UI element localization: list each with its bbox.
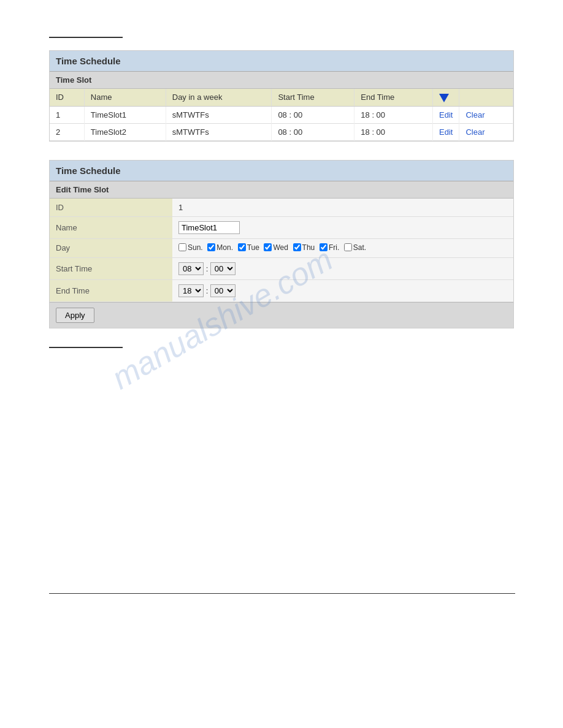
id-label: ID: [50, 199, 172, 217]
saturday-checkbox-label[interactable]: Sat.: [344, 243, 366, 252]
row2-end: 18 : 00: [354, 123, 433, 140]
start-time-label: Start Time: [50, 258, 172, 280]
row2-edit[interactable]: Edit: [432, 123, 459, 140]
row2-id: 2: [50, 123, 84, 140]
col-arrow: [432, 89, 459, 106]
monday-checkbox-label[interactable]: Mon.: [207, 243, 233, 252]
end-hour-select[interactable]: 18 17 19: [178, 284, 204, 297]
form-row-day: Day Sun. Mon. Tue Wed: [50, 238, 513, 258]
table-row: 1 TimeSlot1 sMTWTFs 08 : 00 18 : 00 Edit…: [50, 106, 513, 123]
bottom-decorative-line: [49, 347, 123, 348]
time-schedule-table1: Time Schedule Time Slot ID Name Day in a…: [49, 50, 514, 142]
row1-clear[interactable]: Clear: [459, 106, 513, 123]
form-row-name: Name: [50, 216, 513, 238]
tuesday-checkbox[interactable]: [238, 243, 246, 251]
edit-form-table: ID 1 Name Day Sun.: [50, 199, 513, 303]
row1-name: TimeSlot1: [84, 106, 166, 123]
day-checkboxes: Sun. Mon. Tue Wed Thu: [172, 238, 513, 258]
col-action: [459, 89, 513, 106]
friday-checkbox[interactable]: [320, 243, 327, 251]
table-row: 2 TimeSlot2 sMTWTFs 08 : 00 18 : 00 Edit…: [50, 123, 513, 140]
id-value: 1: [172, 199, 513, 217]
end-time-cell: 18 17 19 : 00 15 30 45: [172, 280, 513, 302]
col-name: Name: [84, 89, 166, 106]
name-field-cell: [172, 216, 513, 238]
apply-button[interactable]: Apply: [56, 308, 94, 323]
col-start: Start Time: [272, 89, 354, 106]
form-row-starttime: Start Time 08 09 10 : 00 15 30 45: [50, 258, 513, 280]
time-separator1: :: [206, 264, 210, 273]
table1-subtitle: Time Slot: [50, 72, 513, 89]
col-id: ID: [50, 89, 84, 106]
time-slot-table: ID Name Day in a week Start Time End Tim…: [50, 89, 513, 141]
row1-end: 18 : 00: [354, 106, 433, 123]
form-row-endtime: End Time 18 17 19 : 00 15 30 45: [50, 280, 513, 302]
top-decorative-line: [49, 37, 123, 38]
page-bottom-line: [49, 593, 515, 594]
start-time-cell: 08 09 10 : 00 15 30 45: [172, 258, 513, 280]
form-row-id: ID 1: [50, 199, 513, 217]
wednesday-checkbox[interactable]: [264, 243, 272, 251]
row1-start: 08 : 00: [272, 106, 354, 123]
down-arrow-icon: [439, 94, 449, 102]
wednesday-checkbox-label[interactable]: Wed: [264, 243, 288, 252]
start-hour-select[interactable]: 08 09 10: [178, 262, 204, 275]
monday-checkbox[interactable]: [207, 243, 215, 251]
name-input[interactable]: [178, 221, 240, 234]
thursday-checkbox-label[interactable]: Thu: [293, 243, 315, 252]
row2-clear[interactable]: Clear: [459, 123, 513, 140]
start-min-select[interactable]: 00 15 30 45: [210, 262, 236, 275]
row1-edit[interactable]: Edit: [432, 106, 459, 123]
sunday-checkbox-label[interactable]: Sun.: [178, 243, 203, 252]
time-separator2: :: [206, 286, 210, 295]
saturday-checkbox[interactable]: [344, 243, 352, 251]
name-label: Name: [50, 216, 172, 238]
row2-name: TimeSlot2: [84, 123, 166, 140]
table2-subtitle: Edit Time Slot: [50, 181, 513, 199]
tuesday-checkbox-label[interactable]: Tue: [238, 243, 259, 252]
table2-title: Time Schedule: [50, 161, 513, 181]
form-footer: Apply: [50, 302, 513, 328]
sunday-checkbox[interactable]: [178, 243, 186, 251]
friday-checkbox-label[interactable]: Fri.: [320, 243, 339, 252]
col-end: End Time: [354, 89, 433, 106]
time-schedule-edit-form: Time Schedule Edit Time Slot ID 1 Name D…: [49, 160, 514, 329]
end-time-label: End Time: [50, 280, 172, 302]
row2-start: 08 : 00: [272, 123, 354, 140]
row2-day: sMTWTFs: [166, 123, 272, 140]
end-min-select[interactable]: 00 15 30 45: [210, 284, 236, 297]
day-label: Day: [50, 238, 172, 258]
thursday-checkbox[interactable]: [293, 243, 301, 251]
row1-day: sMTWTFs: [166, 106, 272, 123]
col-day: Day in a week: [166, 89, 272, 106]
row1-id: 1: [50, 106, 84, 123]
table1-title: Time Schedule: [50, 51, 513, 72]
